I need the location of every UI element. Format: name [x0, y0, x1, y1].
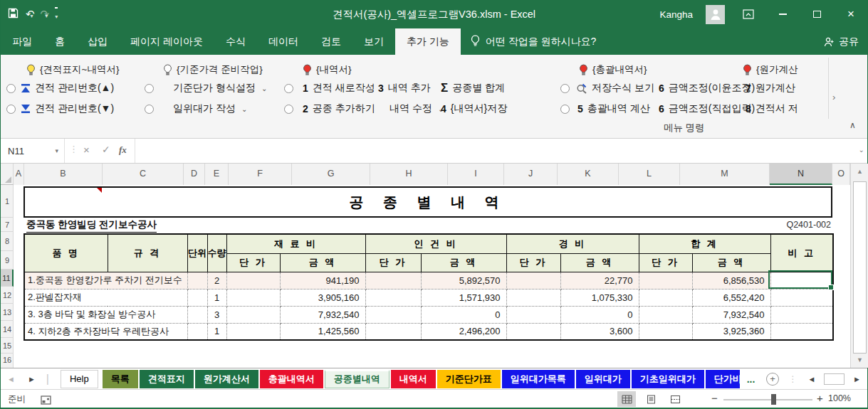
page-layout-view-button[interactable] [642, 391, 660, 407]
menu-estimate-save[interactable]: 8견적서 저 [746, 100, 827, 118]
unit-cell[interactable] [187, 306, 207, 323]
col-header-n-selected[interactable]: N [770, 164, 832, 185]
col-header-b[interactable]: B [24, 164, 103, 185]
radio-new-estimate[interactable] [284, 84, 293, 93]
total-amount-cell[interactable]: 6,552,420 [692, 289, 770, 306]
labor-unit-price-cell[interactable] [365, 306, 421, 323]
sheet-tab-worktype-active[interactable]: 공종별내역 [325, 370, 389, 388]
col-header-d[interactable]: D [184, 164, 205, 185]
ribbon-overflow-arrow[interactable]: › [832, 92, 835, 102]
menu-worktype-sum[interactable]: Σ공종별 합계 [441, 79, 505, 97]
expense-amount-cell[interactable]: 0 [560, 306, 639, 323]
zoom-out-button[interactable]: − [711, 392, 718, 404]
note-cell[interactable] [770, 323, 833, 340]
header-spec[interactable]: 규 격 [108, 234, 187, 272]
item-name-cell[interactable]: 2.판넬잡자재 [24, 289, 187, 306]
header-expense-amount[interactable]: 금 액 [560, 253, 639, 272]
col-header-o[interactable]: O [832, 164, 850, 185]
account-user-name[interactable]: Kangha [659, 9, 693, 20]
col-header-m[interactable]: M [680, 164, 770, 185]
unit-cell[interactable] [187, 289, 207, 306]
sheet-tab-cost-calc[interactable]: 원가계산서 [195, 370, 258, 388]
qty-cell[interactable]: 1 [207, 289, 226, 306]
labor-amount-cell[interactable]: 2,496,200 [421, 323, 506, 340]
expense-unit-price-cell[interactable] [506, 289, 560, 306]
row-header-7[interactable]: 7 [1, 218, 14, 232]
total-unit-price-cell[interactable] [639, 289, 692, 306]
ribbon-display-options-button[interactable] [738, 0, 759, 28]
header-item-name[interactable]: 품 명 [24, 234, 108, 272]
user-avatar[interactable] [706, 5, 725, 24]
col-header-e[interactable]: E [205, 164, 229, 185]
radio-estimate-no-up[interactable] [6, 84, 16, 93]
scroll-down-arrow[interactable]: ▼ [851, 352, 868, 368]
unit-cell[interactable] [187, 272, 207, 289]
header-material-unit-price[interactable]: 단 가 [226, 253, 280, 272]
tab-insert[interactable]: 삽입 [76, 28, 119, 55]
col-header-c[interactable]: C [103, 164, 184, 185]
tab-scroll-left-icon[interactable]: ◄ [802, 375, 822, 383]
menu-estimate-no-up[interactable]: 견적 관리번호(▲) [21, 79, 114, 97]
tab-scroll-right-icon[interactable]: ► [847, 375, 867, 383]
header-total-amount[interactable]: 금 액 [692, 253, 770, 272]
expense-amount-cell[interactable]: 22,770 [560, 272, 639, 289]
tab-file[interactable]: 파일 [1, 28, 43, 55]
tab-overflow-dots[interactable]: ... [747, 373, 755, 385]
menu-summary-calc[interactable]: 5총괄내역 계산 [577, 100, 650, 118]
row-header-8[interactable]: 8 [1, 232, 14, 251]
tab-formulas[interactable]: 수식 [214, 28, 257, 55]
menu-cost-calc[interactable]: 7원가계산 [746, 79, 827, 97]
material-amount-cell[interactable]: 3,905,160 [280, 289, 365, 306]
project-name-cell[interactable]: 중곡동 한영빌딩 전기보수공사 [26, 218, 157, 233]
insert-function-icon[interactable]: fx [119, 144, 127, 156]
sheet-tab-summary[interactable]: 총괄내역서 [260, 370, 323, 388]
page-break-view-button[interactable] [666, 391, 684, 407]
header-labor-amount[interactable]: 금 액 [421, 253, 506, 272]
formula-input[interactable] [135, 139, 854, 163]
menu-add-detail[interactable]: 3내역 추가 [378, 79, 431, 97]
expense-unit-price-cell[interactable] [506, 306, 560, 323]
share-button[interactable]: 공유 [824, 28, 859, 55]
col-header-k[interactable]: K [558, 164, 619, 185]
header-total-unit-price[interactable]: 단 가 [639, 253, 692, 272]
total-amount-cell[interactable]: 3,925,360 [692, 323, 770, 340]
sheet-tab-base-unitprice[interactable]: 기초일위대가 [632, 370, 704, 388]
expense-amount-cell[interactable]: 1,075,330 [560, 289, 639, 306]
zoom-slider-thumb[interactable] [771, 394, 776, 405]
header-material[interactable]: 재 료 비 [226, 234, 365, 253]
menu-adjust-direct[interactable]: 6금액조정(직접입력) [659, 100, 755, 118]
material-amount-cell[interactable]: 941,190 [280, 272, 365, 289]
radio-add-worktype[interactable] [284, 105, 293, 114]
tab-review[interactable]: 검토 [310, 28, 352, 55]
sheet-title-cell[interactable]: 공 종 별 내 역 [23, 186, 832, 218]
material-unit-price-cell[interactable] [226, 272, 280, 289]
sheet-tab-unitprice-list[interactable]: 일위대가목록 [502, 370, 575, 388]
header-expense[interactable]: 경 비 [506, 234, 639, 253]
row-header-14[interactable]: 14 [1, 321, 14, 338]
labor-amount-cell[interactable]: 0 [421, 306, 506, 323]
expense-unit-price-cell[interactable] [506, 323, 560, 340]
total-amount-cell[interactable]: 6,856,530 [692, 272, 770, 289]
header-material-amount[interactable]: 금 액 [280, 253, 365, 272]
menu-view-saved-formula[interactable]: 저장수식 보기 [576, 79, 654, 97]
total-amount-cell[interactable]: 7,932,540 [692, 306, 770, 323]
row-header-11-selected[interactable]: 11 [1, 270, 14, 287]
total-unit-price-cell[interactable] [639, 306, 692, 323]
sheet-tab-help[interactable]: Help [61, 370, 98, 388]
expense-amount-cell[interactable]: 3,600 [560, 323, 639, 340]
radio-view-saved-formula[interactable] [560, 84, 570, 93]
vertical-scroll-thumb[interactable] [853, 181, 867, 354]
enter-formula-icon[interactable]: ✓ [102, 144, 110, 155]
sheet-tab-list[interactable]: 목록 [103, 370, 138, 388]
expense-unit-price-cell[interactable] [506, 272, 560, 289]
unit-cell[interactable] [187, 323, 207, 340]
name-box-dropdown-icon[interactable]: ▾ [55, 147, 64, 154]
macro-record-icon[interactable] [41, 395, 51, 408]
header-labor[interactable]: 인 건 비 [365, 234, 506, 253]
item-name-cell[interactable]: 4. 지하2층 주차장바닥 우레탄공사 [24, 323, 187, 340]
menu-estimate-no-down[interactable]: 견적 관리번호(▼) [21, 100, 114, 118]
menu-add-worktype[interactable]: 2공종 추가하기 [303, 100, 375, 118]
menu-edit-detail[interactable]: 내역 수정⌄ [389, 100, 444, 118]
zoom-slider-track[interactable] [723, 399, 812, 400]
new-sheet-button[interactable]: + [766, 373, 778, 386]
